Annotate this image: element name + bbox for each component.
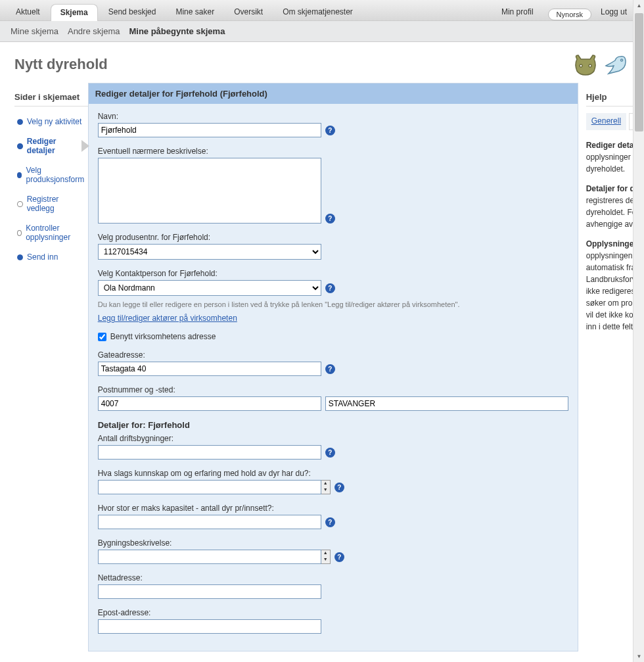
- input-antall[interactable]: [98, 445, 321, 460]
- subnav-mine-pabegynte[interactable]: Mine påbegynte skjema: [129, 26, 225, 36]
- label-nett: Nettadresse:: [98, 573, 568, 582]
- tab-om-skjematjenester[interactable]: Om skjematjenester: [273, 4, 362, 20]
- link-aktorer[interactable]: Legg til/rediger aktører på virksomheten: [98, 314, 237, 323]
- form-main: Rediger detaljer for Fjørfehold (Fjørfeh…: [88, 83, 578, 651]
- help-icon[interactable]: ?: [325, 364, 335, 374]
- label-postnr: Postnummer og -sted:: [98, 385, 568, 394]
- bullet-icon: [17, 172, 22, 178]
- cow-icon: [572, 51, 599, 78]
- input-postnr: [98, 396, 321, 411]
- sidebar-title: Sider i skjemaet: [14, 88, 88, 106]
- scrollbar[interactable]: ▲ ▼: [633, 0, 644, 662]
- label-gate: Gateadresse:: [98, 350, 568, 360]
- sidebar-item-registrer-vedlegg[interactable]: Registrer vedlegg: [14, 189, 88, 218]
- tab-skjema[interactable]: Skjema: [51, 4, 98, 21]
- input-epost[interactable]: [98, 619, 321, 634]
- tab-send-beskjed[interactable]: Send beskjed: [99, 4, 166, 20]
- scroll-up-icon[interactable]: ▲: [633, 0, 644, 11]
- input-bygning[interactable]: [98, 550, 321, 564]
- tab-logg-ut[interactable]: Logg ut: [591, 4, 636, 20]
- subnav-mine-skjema[interactable]: Mine skjema: [11, 26, 58, 36]
- label-kontakt: Velg Kontaktperson for Fjørfehold:: [98, 269, 568, 278]
- label-epost: Epost-adresse:: [98, 608, 568, 617]
- tab-aktuelt[interactable]: Aktuelt: [7, 4, 49, 20]
- help-icon[interactable]: ?: [334, 552, 344, 562]
- spinner[interactable]: ▲▼: [321, 550, 331, 564]
- subnav-andre-skjema[interactable]: Andre skjema: [68, 26, 120, 36]
- sidebar-item-kontroller[interactable]: Kontroller opplysninger: [14, 218, 88, 247]
- label-antall: Antall driftsbygninger:: [98, 434, 568, 443]
- label-produsentnr: Velg produsentnr. for Fjørfehold:: [98, 233, 568, 242]
- kontakt-hint: Du kan legge til eller redigere en perso…: [98, 300, 568, 310]
- tab-mine-saker[interactable]: Mine saker: [166, 4, 223, 20]
- label-benytt: Benytt virksomhetens adresse: [110, 332, 216, 341]
- label-bygning: Bygningsbeskrivelse:: [98, 538, 568, 548]
- wizard-sidebar: Sider i skjemaet Velg ny aktivitet Redig…: [14, 83, 88, 651]
- help-icon[interactable]: ?: [325, 283, 335, 293]
- help-tab-generell[interactable]: Generell: [586, 113, 626, 130]
- check-icon: [17, 119, 23, 125]
- help-icon[interactable]: ?: [325, 214, 335, 224]
- input-beskrivelse[interactable]: [98, 158, 321, 224]
- sidebar-item-rediger-detaljer[interactable]: Rediger detaljer: [14, 131, 88, 160]
- spinner[interactable]: ▲▼: [321, 480, 331, 494]
- input-navn[interactable]: [98, 123, 321, 137]
- tab-min-profil[interactable]: Min profil: [492, 4, 543, 20]
- sidebar-item-velg-produksjonsform[interactable]: Velg produksjonsform: [14, 160, 88, 189]
- tab-oversikt[interactable]: Oversikt: [225, 4, 272, 20]
- label-kunnskap: Hva slags kunnskap om og erfaring med ho…: [98, 469, 568, 478]
- animal-icons: [572, 51, 630, 78]
- select-produsentnr[interactable]: 1127015434: [98, 244, 321, 260]
- input-nett[interactable]: [98, 584, 321, 599]
- bullet-icon: [17, 143, 23, 149]
- scroll-thumb[interactable]: [635, 13, 643, 131]
- form-header: Rediger detaljer for Fjørfehold (Fjørfeh…: [89, 83, 578, 104]
- label-navn: Navn:: [98, 112, 568, 121]
- label-kapasitet: Hvor stor er maks kapasitet - antall dyr…: [98, 504, 568, 513]
- bullet-icon: [17, 254, 23, 260]
- input-poststed: [325, 396, 568, 411]
- sidebar-item-velg-aktivitet[interactable]: Velg ny aktivitet: [14, 112, 88, 131]
- help-icon[interactable]: ?: [325, 517, 335, 527]
- help-icon[interactable]: ?: [325, 126, 335, 135]
- input-gate: [98, 362, 321, 376]
- top-nav: Aktuelt Skjema Send beskjed Mine saker O…: [0, 0, 644, 21]
- help-icon[interactable]: ?: [334, 483, 344, 492]
- language-toggle[interactable]: Nynorsk: [548, 9, 591, 20]
- bird-icon: [602, 51, 630, 78]
- bullet-icon: [17, 201, 23, 207]
- select-kontakt[interactable]: Ola Nordmann: [98, 280, 321, 296]
- input-kapasitet[interactable]: [98, 515, 321, 529]
- label-beskrivelse: Eventuell nærmere beskrivelse:: [98, 147, 568, 156]
- scroll-down-icon[interactable]: ▼: [633, 651, 644, 662]
- checkbox-benytt-adresse[interactable]: [98, 333, 106, 341]
- input-kunnskap[interactable]: [98, 480, 321, 494]
- bullet-icon: [17, 230, 22, 236]
- sub-nav: Mine skjema Andre skjema Mine påbegynte …: [0, 21, 644, 42]
- section-detaljer: Detaljer for: Fjørfehold: [98, 420, 568, 430]
- page-title: Nytt dyrehold: [14, 56, 108, 73]
- help-icon[interactable]: ?: [325, 448, 335, 458]
- sidebar-item-send-inn[interactable]: Send inn: [14, 247, 88, 267]
